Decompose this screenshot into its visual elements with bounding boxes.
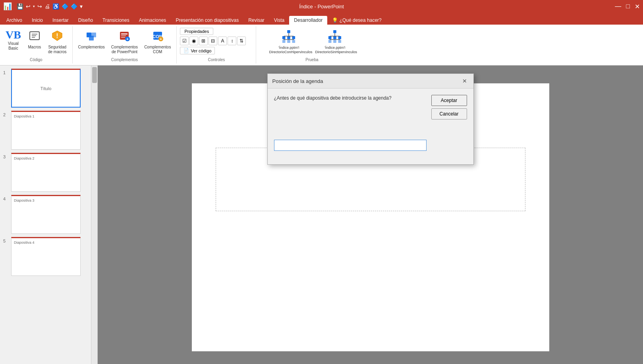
slide-num-1: 1 (3, 70, 9, 75)
listbox-ctrl-btn[interactable]: ⊞ (199, 37, 208, 45)
prueba1-label: 'Índice.pptm'! DirectorioConHipervinculo… (269, 46, 309, 54)
slide-panel-scrollbar[interactable] (91, 65, 98, 364)
slide-thumb-3[interactable]: 3 Diapositiva 2 (3, 153, 88, 192)
ribbon-grupo-complementos-items: Complementos + Complementosde PowerPoint (76, 28, 174, 56)
slide-thumb-4[interactable]: 4 Diapositiva 3 (3, 195, 88, 234)
scroll-thumb[interactable] (92, 67, 97, 83)
slide-3-label: Diapositiva 2 (14, 156, 35, 160)
tab-animaciones[interactable]: Animaciones (134, 16, 171, 25)
complementos-button[interactable]: Complementos (76, 28, 107, 51)
slide-img-4: Diapositiva 3 (11, 195, 81, 234)
prueba2-label: 'Índice.pptm'! DirectorioSinHipervinculo… (315, 46, 355, 54)
complementos-com-button[interactable]: COM + ComplementosCOM (142, 28, 173, 56)
codigo-group-label: Código (30, 56, 42, 62)
diagram2-icon[interactable]: 🔷 (70, 2, 78, 10)
quick-access-toolbar: 💾 ↩ ▾ ↪ 🖨 ♿ 🔷 🔷 ▾ (16, 2, 83, 10)
svg-rect-12 (121, 37, 125, 38)
undo-icon[interactable]: ↩ (25, 2, 31, 10)
seguridad-macros-icon: ! (51, 29, 64, 44)
slide-1-title: Título (41, 86, 52, 91)
ribbon-grupo-codigo-items: VB VisualBasic Macros (3, 28, 69, 56)
seguridad-macros-label: Seguridadde macros (48, 45, 67, 54)
complementos-pp-button[interactable]: + Complementosde PowerPoint (109, 28, 140, 56)
complementos-com-label: ComplementosCOM (144, 45, 171, 54)
svg-rect-20 (282, 36, 286, 39)
complementos-pp-icon: + (118, 29, 131, 44)
checkbox-ctrl-btn[interactable]: ☑ (180, 37, 189, 45)
ribbon-tabs: Archivo Inicio Insertar Diseño Transicio… (0, 13, 643, 25)
prueba-item-2[interactable]: 'Índice.pptm'! DirectorioSinHipervinculo… (313, 28, 356, 56)
ribbon-content: VB VisualBasic Macros (0, 25, 643, 65)
close-btn[interactable]: ✕ (635, 3, 640, 10)
tab-archivo[interactable]: Archivo (2, 16, 27, 25)
maximize-btn[interactable]: □ (626, 3, 630, 10)
slide-thumb-2[interactable]: 2 Diapositiva 1 (3, 111, 88, 150)
print-icon[interactable]: 🖨 (44, 2, 51, 10)
propiedades-button[interactable]: Propiedades (180, 28, 213, 35)
svg-text:!: ! (56, 33, 58, 39)
dialog-question-text: ¿Antes de qué diapositiva debe introduci… (274, 95, 427, 102)
tab-transiciones[interactable]: Transiciones (98, 16, 134, 25)
dialog-body: ¿Antes de qué diapositiva debe introduci… (268, 89, 473, 157)
window-controls: — □ ✕ (615, 3, 640, 10)
radio-ctrl-btn[interactable]: ◉ (189, 37, 198, 45)
minimize-btn[interactable]: — (615, 3, 621, 10)
svg-rect-34 (334, 30, 337, 33)
svg-rect-42 (338, 40, 342, 43)
slide-thumb-5[interactable]: 5 Diapositiva 4 (3, 237, 88, 276)
dialog-close-button[interactable]: ✕ (461, 77, 469, 85)
tab-presentacion[interactable]: Presentación con diapositivas (171, 16, 243, 25)
macros-button[interactable]: Macros (25, 28, 44, 51)
svg-rect-28 (288, 40, 291, 43)
svg-rect-35 (328, 36, 332, 39)
dialog-cancel-button[interactable]: Cancelar (431, 108, 467, 119)
svg-text:+: + (160, 37, 162, 41)
scrollbar-ctrl-btn[interactable]: ↕ (228, 37, 236, 45)
slide-2-label: Diapositiva 1 (14, 114, 35, 118)
tab-desarrollador[interactable]: Desarrollador (289, 16, 327, 25)
app-icon: 📊 (3, 2, 12, 11)
complementos-label: Complementos (78, 45, 105, 50)
tab-diseno[interactable]: Diseño (73, 16, 98, 25)
svg-rect-41 (334, 40, 337, 43)
dialog-overlay: Posición de la agenda ✕ ¿Antes de qué di… (98, 65, 643, 364)
svg-rect-36 (334, 36, 337, 39)
slide-thumb-1[interactable]: 1 Título (3, 69, 88, 108)
visual-basic-button[interactable]: VB VisualBasic (3, 28, 23, 52)
save-icon[interactable]: 💾 (16, 2, 24, 10)
tab-inicio[interactable]: Inicio (27, 16, 48, 25)
ribbon-group-controles: Propiedades ☑ ◉ ⊞ ⊟ A ↕ ⇅ 📄 Ver código (177, 26, 256, 64)
dialog-input-field[interactable] (274, 140, 427, 151)
customize-icon[interactable]: ▾ (79, 2, 83, 10)
title-bar: 📊 💾 ↩ ▾ ↪ 🖨 ♿ 🔷 🔷 ▾ Índice - PowerPoint … (0, 0, 643, 13)
diagram-icon[interactable]: 🔷 (61, 2, 69, 10)
complementos-icon (85, 29, 98, 44)
complementos-pp-label: Complementosde PowerPoint (111, 45, 138, 54)
svg-rect-40 (328, 40, 332, 43)
accessibility-icon[interactable]: ♿ (52, 2, 60, 10)
slide-img-1: Título (11, 69, 81, 108)
dialog-title: Posición de la agenda (272, 78, 323, 84)
ver-codigo-button[interactable]: 📄 Ver código (180, 47, 215, 54)
tab-vista[interactable]: Vista (269, 16, 289, 25)
prueba-item-1[interactable]: 'Índice.pptm'! DirectorioConHipervinculo… (267, 28, 310, 56)
visual-basic-icon: VB (6, 29, 21, 40)
svg-rect-27 (282, 40, 286, 43)
combobox-ctrl-btn[interactable]: ⊟ (209, 37, 217, 45)
dialog-left-panel: ¿Antes de qué diapositiva debe introduci… (274, 95, 427, 151)
tab-insertar[interactable]: Insertar (48, 16, 73, 25)
redo-icon[interactable]: ↪ (37, 2, 43, 10)
undo-dropdown-icon[interactable]: ▾ (32, 4, 36, 9)
label-ctrl-btn[interactable]: A (218, 37, 227, 45)
seguridad-macros-button[interactable]: ! Seguridadde macros (46, 28, 69, 56)
tab-help[interactable]: 💡 ¿Qué desea hacer? (327, 16, 386, 25)
slide-num-3: 3 (3, 154, 9, 159)
tab-revisar[interactable]: Revisar (243, 16, 269, 25)
dialog-accept-button[interactable]: Aceptar (431, 95, 467, 106)
slide-num-4: 4 (3, 196, 9, 201)
prueba-items: 'Índice.pptm'! DirectorioConHipervinculo… (267, 28, 356, 56)
svg-rect-37 (338, 36, 342, 39)
slide-4-label: Diapositiva 3 (14, 198, 35, 202)
prueba2-icon (328, 29, 342, 46)
spin-ctrl-btn[interactable]: ⇅ (237, 37, 246, 45)
